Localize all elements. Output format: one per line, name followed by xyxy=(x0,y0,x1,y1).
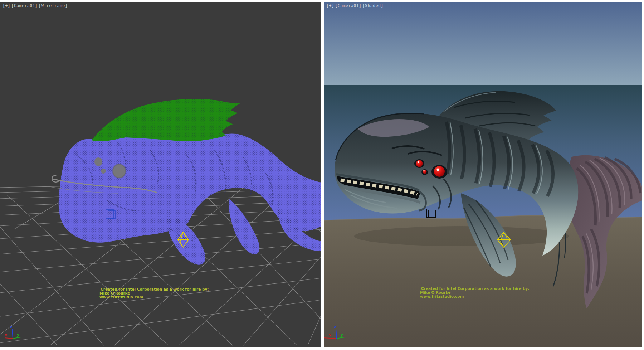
dual-viewport-screen: Created for Intel Corporation as a work … xyxy=(0,0,644,350)
viewport-menu-shading[interactable]: [Shaded] xyxy=(362,3,384,8)
axis-y-label: y xyxy=(17,332,19,337)
eye-main-red xyxy=(434,166,445,177)
viewport-canvas-shaded[interactable]: Created for Intel Corporation as a work … xyxy=(324,2,642,347)
axis-y-label: y xyxy=(341,332,343,337)
eye-small-red xyxy=(423,170,427,174)
sky-background xyxy=(324,2,642,85)
axis-z-label: z xyxy=(10,325,12,329)
viewport-wireframe[interactable]: Created for Intel Corporation as a work … xyxy=(0,2,321,347)
viewport-shaded[interactable]: Created for Intel Corporation as a work … xyxy=(324,2,642,347)
credit-line-3: www.fritzstudio.com xyxy=(99,295,143,299)
viewport-label-shaded: [+][Camera01][Shaded] xyxy=(326,3,384,8)
axis-x-label: x xyxy=(5,333,7,337)
eye-left-red xyxy=(416,160,423,167)
axis-z-label: z xyxy=(334,325,336,329)
viewport-canvas-wireframe[interactable]: Created for Intel Corporation as a work … xyxy=(0,2,321,347)
viewport-menu-general[interactable]: [+] xyxy=(3,3,10,8)
viewport-menu-general[interactable]: [+] xyxy=(326,3,334,8)
viewport-menu-pov[interactable]: [Camera01] xyxy=(335,3,361,8)
credit-line-3: www.fritzstudio.com xyxy=(420,294,464,298)
viewport-menu-shading[interactable]: [Wireframe] xyxy=(39,3,68,8)
viewport-label-wireframe: [+][Camera01][Wireframe] xyxy=(3,3,68,8)
axis-x-label: x xyxy=(329,333,331,337)
viewport-menu-pov[interactable]: [Camera01] xyxy=(11,3,38,8)
fish-ground-shadow xyxy=(354,226,569,246)
